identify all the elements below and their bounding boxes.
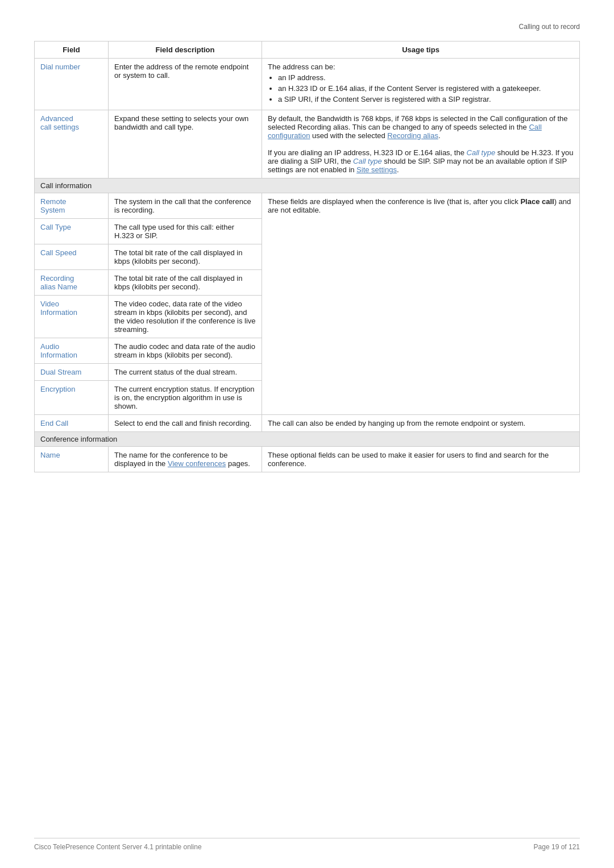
field-desc-audio-information: The audio codec and data rate of the aud… — [109, 338, 262, 364]
field-usage-name: These optional fields can be used to mak… — [262, 447, 580, 472]
field-name-audio-information: AudioInformation — [35, 338, 109, 364]
col-header-usage: Usage tips — [262, 41, 580, 59]
field-desc-dual-stream: The current status of the dual stream. — [109, 364, 262, 381]
section-header-call-information: Call information — [35, 178, 580, 193]
top-right-label: Calling out to record — [34, 23, 580, 31]
table-row: RemoteSystem The system in the call that… — [35, 193, 580, 219]
table-row: End Call Select to end the call and fini… — [35, 415, 580, 432]
field-desc-name: The name for the conference to be displa… — [109, 447, 262, 472]
recording-alias-link[interactable]: Recording alias — [387, 131, 438, 140]
field-desc-end-call: Select to end the call and finish record… — [109, 415, 262, 432]
table-row: Name The name for the conference to be d… — [35, 447, 580, 472]
field-usage-dial-number: The address can be: an IP address. an H.… — [262, 59, 580, 110]
field-desc-call-type: The call type used for this call: either… — [109, 219, 262, 244]
call-type-link-1[interactable]: Call type — [467, 148, 496, 157]
field-desc-remote-system: The system in the call that the conferen… — [109, 193, 262, 219]
field-desc-encryption: The current encryption status. If encryp… — [109, 381, 262, 415]
section-label-conference-information: Conference information — [35, 432, 580, 447]
field-desc-call-speed: The total bit rate of the call displayed… — [109, 244, 262, 270]
field-name-dial-number: Dial number — [35, 59, 109, 110]
footer-right: Page 19 of 121 — [534, 843, 580, 851]
field-name-video-information: VideoInformation — [35, 296, 109, 338]
table-row: Dial number Enter the address of the rem… — [35, 59, 580, 110]
site-settings-link[interactable]: Site settings — [356, 165, 397, 174]
field-usage-advanced-call-settings: By default, the Bandwidth is 768 kbps, i… — [262, 110, 580, 178]
field-name-end-call: End Call — [35, 415, 109, 432]
field-name-advanced-call-settings: Advancedcall settings — [35, 110, 109, 178]
footer-left: Cisco TelePresence Content Server 4.1 pr… — [34, 843, 202, 851]
field-name-call-type: Call Type — [35, 219, 109, 244]
col-header-field: Field — [35, 41, 109, 59]
field-desc-dial-number: Enter the address of the remote endpoint… — [109, 59, 262, 110]
field-desc-advanced-call-settings: Expand these setting to selects your own… — [109, 110, 262, 178]
table-row: Advancedcall settings Expand these setti… — [35, 110, 580, 178]
field-name-recording-alias-name: Recordingalias Name — [35, 270, 109, 296]
field-name-name: Name — [35, 447, 109, 472]
field-desc-video-information: The video codec, data rate of the video … — [109, 296, 262, 338]
section-header-conference-information: Conference information — [35, 432, 580, 447]
col-header-description: Field description — [109, 41, 262, 59]
call-type-link-2[interactable]: Call type — [353, 157, 382, 165]
section-label-call-information: Call information — [35, 178, 580, 193]
field-name-remote-system: RemoteSystem — [35, 193, 109, 219]
field-name-call-speed: Call Speed — [35, 244, 109, 270]
field-name-dual-stream: Dual Stream — [35, 364, 109, 381]
view-conferences-link[interactable]: View conferences — [168, 459, 226, 468]
field-desc-recording-alias-name: The total bit rate of the call displayed… — [109, 270, 262, 296]
page-footer: Cisco TelePresence Content Server 4.1 pr… — [34, 838, 580, 851]
field-description-table: Field Field description Usage tips Dial … — [34, 41, 580, 472]
field-usage-end-call: The call can also be ended by hanging up… — [262, 415, 580, 432]
field-name-encryption: Encryption — [35, 381, 109, 415]
field-usage-call-info-shared: These fields are displayed when the conf… — [262, 193, 580, 415]
